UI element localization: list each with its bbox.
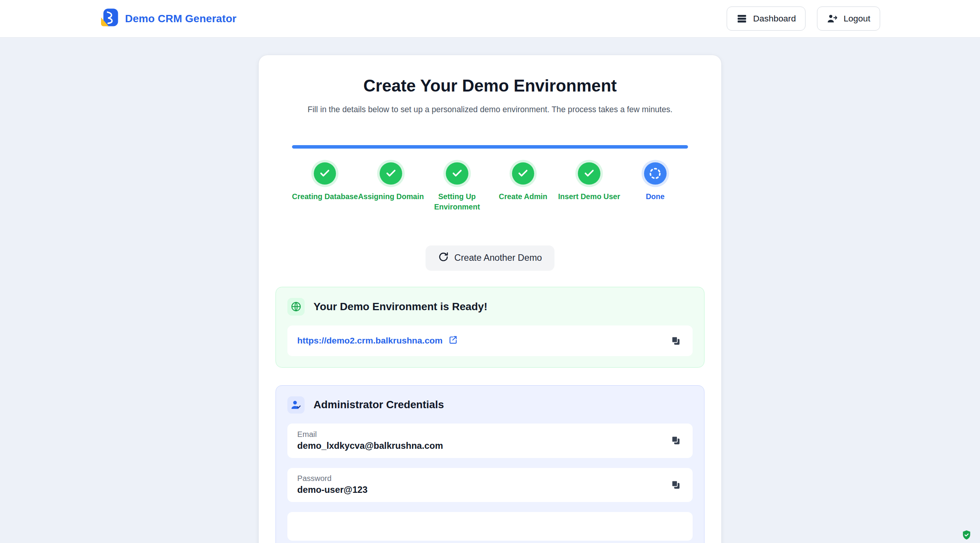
page-title: Create Your Demo Environment [276,76,704,95]
create-another-demo-button[interactable]: Create Another Demo [426,245,554,270]
spinner-icon [644,162,667,185]
credential-row-password: Password demo-user@123 [287,468,693,502]
step-create-admin: Create Admin [490,162,556,212]
step-label: Create Admin [499,191,548,201]
credential-row-email: Email demo_lxdkycva@balkrushna.com [287,424,693,458]
step-label: Done [646,191,665,201]
app-logo-icon [100,8,119,29]
check-circle-icon [314,162,336,185]
step-label: Setting Up Environment [428,191,486,212]
page: Demo CRM Generator Dashboard [0,0,980,543]
demo-url-link[interactable]: https://demo2.crm.balkrushna.com [297,335,458,347]
ready-panel: Your Demo Environment is Ready! https://… [276,287,704,368]
shield-icon[interactable] [961,530,972,540]
progress-fill [292,145,688,148]
email-value: demo_lxdkycva@balkrushna.com [297,441,443,451]
step-creating-database: Creating Database [292,162,358,212]
check-circle-icon [380,162,402,185]
dashboard-button[interactable]: Dashboard [727,7,806,30]
navbar: Demo CRM Generator Dashboard [0,0,980,38]
step-label: Assigning Domain [358,191,424,201]
check-circle-icon [578,162,600,185]
main-content: Create Your Demo Environment Fill in the… [0,38,980,543]
copy-url-button[interactable] [669,334,683,348]
credential-row-partial [287,512,693,541]
copy-password-button[interactable] [669,478,683,492]
email-label: Email [297,430,443,439]
password-value: demo-user@123 [297,485,368,495]
demo-generator-card: Create Your Demo Environment Fill in the… [259,55,721,543]
external-link-icon [448,335,458,347]
check-circle-icon [512,162,535,185]
create-another-demo-label: Create Another Demo [454,253,542,263]
admin-user-icon [287,396,305,414]
brand-title: Demo CRM Generator [125,13,236,25]
logout-button[interactable]: Logout [817,7,880,30]
credentials-panel: Administrator Credentials Email demo_lxd… [276,385,704,543]
dashboard-icon [736,13,747,24]
step-done: Done [622,162,688,212]
page-subtitle: Fill in the details below to set up a pe… [296,105,684,114]
step-insert-demo-user: Insert Demo User [556,162,622,212]
step-setting-up-environment: Setting Up Environment [424,162,490,212]
refresh-icon [438,252,449,265]
logout-icon [827,13,838,24]
dashboard-label: Dashboard [753,13,796,24]
nav-actions: Dashboard Logout [727,7,880,30]
globe-icon [287,298,305,316]
logout-label: Logout [843,13,870,24]
step-label: Creating Database [292,191,358,201]
credentials-panel-title: Administrator Credentials [313,399,444,411]
copy-email-button[interactable] [669,433,683,448]
ready-panel-title: Your Demo Environment is Ready! [313,301,487,313]
check-circle-icon [446,162,468,185]
step-assigning-domain: Assigning Domain [358,162,424,212]
demo-url-row: https://demo2.crm.balkrushna.com [287,325,693,356]
progress-bar [292,145,688,148]
step-label: Insert Demo User [558,191,620,201]
steps-row: Creating Database Assigning Domain Setti… [292,162,688,212]
brand[interactable]: Demo CRM Generator [100,8,236,29]
demo-url-text: https://demo2.crm.balkrushna.com [297,335,443,346]
password-label: Password [297,474,368,483]
